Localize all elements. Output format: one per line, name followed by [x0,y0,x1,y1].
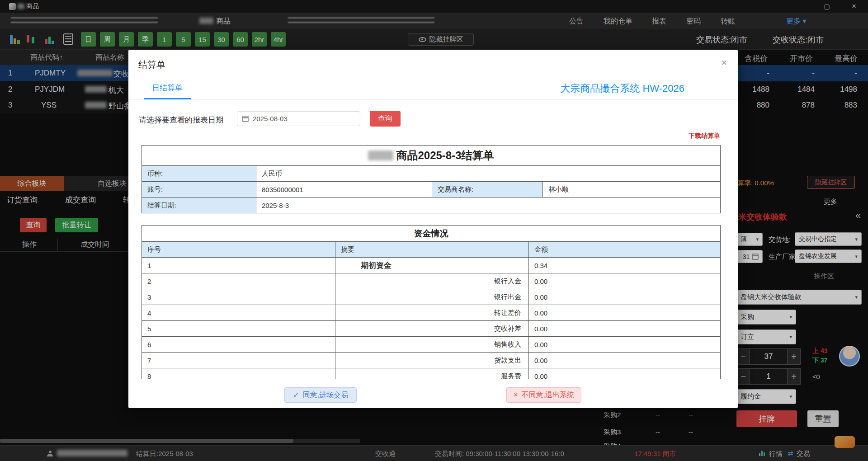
modal-tabbar: 日结算单 大宗商品撮合系统 HW-2026 [128,78,738,99]
funds-col-amount: 金额 [529,242,721,258]
tab-daily-settlement[interactable]: 日结算单 [144,78,191,99]
trader-label: 交易商名称: [432,182,543,198]
funds-desc: 银行入金 [335,273,529,289]
funds-amount: 0.34 [529,258,721,273]
funds-no: 5 [142,321,335,337]
funds-col-desc: 摘要 [335,242,529,258]
disagree-label: 不同意,退出系统 [521,390,574,400]
funds-table: 序号 摘要 金额 1 期初资金 0.34 2 银行入金 0.00 [142,241,721,379]
funds-col-no: 序号 [142,242,335,258]
funds-desc: 服务费 [335,368,529,380]
app-window: 商品 — ▢ × 商品 公告 我的仓单 报表 密码 转账 更多 ▾ 日 周 月 … [0,0,868,461]
funds-row: 2 银行入金 0.00 [142,273,721,289]
funds-desc: 货款支出 [335,353,529,368]
funds-amount: 0.00 [529,353,721,368]
redacted-report-prefix [368,151,393,160]
funds-no: 7 [142,353,335,368]
funds-desc: 转让差价 [335,305,529,321]
funds-amount: 0.00 [529,273,721,289]
funds-row: 1 期初资金 0.34 [142,258,721,273]
account-label: 账号: [142,182,256,198]
settle-date-value: 2025-8-3 [256,198,721,213]
funds-no: 2 [142,273,335,289]
funds-amount: 0.00 [529,289,721,305]
modal-close-icon[interactable]: × [721,57,727,69]
funds-row: 6 销售收入 0.00 [142,337,721,353]
funds-row: 5 交收补差 0.00 [142,321,721,337]
funds-amount: 0.00 [529,321,721,337]
funds-no: 4 [142,305,335,321]
settlement-modal: 结算单 × 日结算单 大宗商品撮合系统 HW-2026 请选择要查看的报表日期 … [128,50,738,408]
funds-desc: 交收补差 [335,321,529,337]
modal-query-button[interactable]: 查询 [370,111,401,127]
funds-desc: 银行出金 [335,289,529,305]
cross-icon: × [514,391,518,399]
funds-row: 7 货款支出 0.00 [142,353,721,368]
funds-amount: 0.00 [529,337,721,353]
funds-section-title: 资金情况 [142,225,721,242]
date-picker-label: 请选择要查看的报表日期 [139,115,223,125]
settlement-report: 商品2025-8-3结算单 币种: 人民币 账号: 80350000001 交易… [142,145,721,379]
download-settlement-link[interactable]: 下载结算单 [689,132,720,140]
disagree-exit-button[interactable]: × 不同意,退出系统 [506,387,581,403]
modal-title: 结算单 [138,59,165,71]
funds-amount: 0.00 [529,368,721,380]
funds-no: 8 [142,368,335,380]
currency-value: 人民币 [256,166,721,182]
report-date-input[interactable]: 2025-08-03 [237,111,360,126]
funds-desc: 期初资金 [335,258,529,273]
agree-enter-button[interactable]: ✓ 同意,进场交易 [284,387,357,403]
funds-desc: 销售收入 [335,337,529,353]
account-value: 80350000001 [256,182,432,198]
agree-label: 同意,进场交易 [302,390,348,400]
funds-row: 8 服务费 0.00 [142,368,721,380]
account-info-table: 币种: 人民币 账号: 80350000001 交易商名称: 林小顺 结算日期:… [142,165,721,213]
funds-row: 4 转让差价 0.00 [142,305,721,321]
funds-amount: 0.00 [529,305,721,321]
funds-row: 3 银行出金 0.00 [142,289,721,305]
report-title: 商品2025-8-3结算单 [142,145,721,166]
calendar-icon [242,116,249,122]
trader-value: 林小顺 [543,182,721,198]
currency-label: 币种: [142,166,256,182]
report-title-text: 商品2025-8-3结算单 [396,148,494,163]
funds-section: 资金情况 序号 摘要 金额 1 期初资金 0.34 2 银 [142,225,721,379]
system-name: 大宗商品撮合系统 HW-2026 [560,82,684,95]
funds-no: 6 [142,337,335,353]
check-icon: ✓ [293,391,299,400]
funds-no: 1 [142,258,335,273]
settle-date-label: 结算日期: [142,198,256,213]
funds-no: 3 [142,289,335,305]
report-date-value: 2025-08-03 [253,115,288,122]
